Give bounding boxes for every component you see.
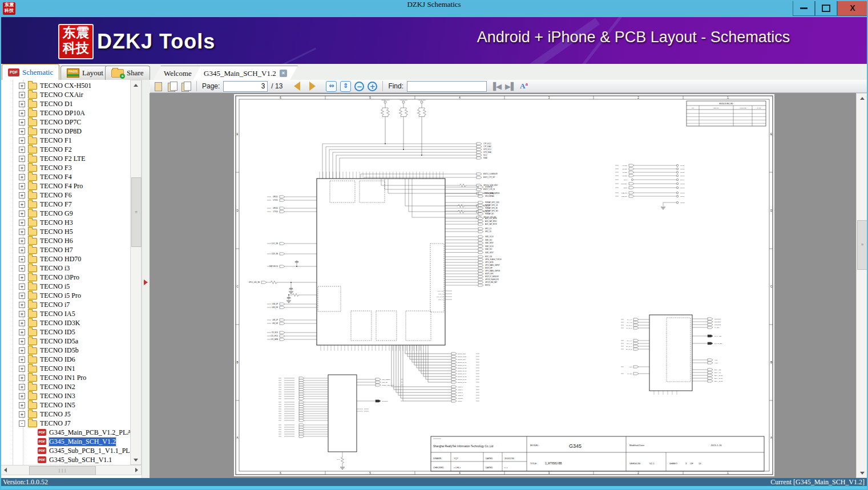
tree-item-folder[interactable]: +TECNO F2 bbox=[0, 145, 72, 154]
tree-item-folder[interactable]: +TECNO F2 LTE bbox=[0, 154, 86, 163]
next-page-button[interactable] bbox=[309, 82, 316, 91]
tree-item-file[interactable]: PDFG345_Sub_PCB_1_V1.1_PLACE bbox=[0, 446, 130, 455]
tree-item-folder[interactable]: +TECNO IA5 bbox=[0, 309, 75, 318]
scroll-up-arrow[interactable] bbox=[131, 80, 141, 90]
tree-item-folder[interactable]: -TECNO J7 bbox=[0, 419, 71, 428]
expand-icon[interactable]: + bbox=[19, 384, 25, 390]
expand-icon[interactable]: + bbox=[19, 183, 25, 189]
tree-item-folder[interactable]: +TECNO ID3K bbox=[0, 318, 80, 327]
collapse-icon[interactable]: - bbox=[19, 420, 25, 427]
find-next-icon[interactable]: ▶▌ bbox=[505, 82, 516, 91]
expand-icon[interactable]: + bbox=[19, 238, 25, 244]
tree-item-folder[interactable]: +TECNO ID5 bbox=[0, 327, 75, 337]
tree-item-folder[interactable]: +TECNO DP10A bbox=[0, 108, 85, 118]
scroll-right-arrow[interactable] bbox=[132, 465, 141, 475]
tree-item-folder[interactable]: +TECNO ID6 bbox=[0, 355, 75, 364]
find-previous-icon[interactable]: ▐◀ bbox=[490, 82, 502, 91]
scroll-down-arrow[interactable] bbox=[131, 455, 141, 464]
expand-icon[interactable]: + bbox=[19, 128, 25, 135]
tree-item-folder[interactable]: +TECNO D1 bbox=[0, 99, 73, 108]
sidebar-splitter[interactable] bbox=[142, 80, 150, 478]
minimize-button[interactable] bbox=[793, 0, 815, 16]
scroll-left-arrow[interactable] bbox=[1, 465, 10, 475]
tab-schematic[interactable]: PDF Schematic bbox=[2, 64, 59, 81]
find-input[interactable] bbox=[407, 81, 487, 92]
scrollbar-thumb[interactable]: ≡ bbox=[857, 220, 868, 270]
copy-page-icon[interactable] bbox=[154, 82, 164, 91]
tree-item-folder[interactable]: +TECNO H6 bbox=[0, 236, 73, 245]
expand-icon[interactable]: + bbox=[19, 83, 25, 89]
tab-share[interactable]: + Share bbox=[105, 66, 150, 80]
previous-page-button[interactable] bbox=[294, 82, 300, 91]
doc-tab-current[interactable]: G345_Main_SCH_V1.2 × bbox=[193, 66, 298, 80]
expand-icon[interactable]: + bbox=[19, 147, 25, 153]
tree-item-folder[interactable]: +TECNO DP7C bbox=[0, 118, 81, 127]
expand-icon[interactable]: + bbox=[19, 293, 25, 299]
expand-icon[interactable]: + bbox=[19, 393, 25, 399]
scroll-up-arrow[interactable] bbox=[857, 94, 867, 103]
expand-icon[interactable]: + bbox=[19, 302, 25, 308]
tree-item-folder[interactable]: +TECNO i7 bbox=[0, 300, 70, 309]
expand-icon[interactable]: + bbox=[19, 92, 25, 98]
tree-item-folder[interactable]: +TECNO i3Pro bbox=[0, 273, 79, 282]
tree-item-folder[interactable]: +TECNO DP8D bbox=[0, 127, 82, 136]
tree-item-folder[interactable]: +TECNO IN2 bbox=[0, 382, 75, 391]
expand-icon[interactable]: + bbox=[19, 220, 25, 226]
expand-icon[interactable]: + bbox=[19, 375, 25, 381]
expand-icon[interactable]: + bbox=[19, 265, 25, 272]
expand-icon[interactable]: + bbox=[19, 357, 25, 363]
tree-item-folder[interactable]: +TECNO ID5b bbox=[0, 346, 79, 355]
expand-icon[interactable]: + bbox=[19, 347, 25, 354]
tree-item-folder[interactable]: +TECNO F6 bbox=[0, 191, 72, 200]
zoom-out-button[interactable]: − bbox=[354, 82, 364, 91]
tree-item-folder[interactable]: +TECNO J5 bbox=[0, 410, 71, 419]
expand-icon[interactable]: + bbox=[19, 210, 25, 217]
expand-icon[interactable]: + bbox=[19, 229, 25, 235]
fit-width-button[interactable]: ⇔ bbox=[326, 81, 337, 92]
expand-icon[interactable]: + bbox=[19, 284, 25, 290]
tree-item-folder[interactable]: +TECNO IN1 Pro bbox=[0, 373, 86, 382]
tree-item-folder[interactable]: +TECNO i3 bbox=[0, 264, 70, 273]
expand-icon[interactable]: + bbox=[19, 119, 25, 125]
tree-item-file[interactable]: PDFG345_Main_SCH_V1.2 bbox=[0, 437, 116, 446]
expand-icon[interactable]: + bbox=[19, 274, 25, 281]
close-button[interactable]: X bbox=[837, 0, 868, 16]
expand-icon[interactable]: + bbox=[19, 192, 25, 199]
expand-icon[interactable]: + bbox=[19, 156, 25, 162]
expand-icon[interactable]: + bbox=[19, 201, 25, 208]
tree-item-folder[interactable]: +TECNO CX-H501 bbox=[0, 81, 91, 90]
expand-icon[interactable]: + bbox=[19, 137, 25, 144]
tree-item-folder[interactable]: +TECNO IN5 bbox=[0, 400, 75, 410]
tree-item-folder[interactable]: +TECNO i5 bbox=[0, 282, 70, 291]
expand-icon[interactable]: + bbox=[19, 165, 25, 171]
zoom-in-button[interactable]: + bbox=[368, 82, 377, 91]
expand-icon[interactable]: + bbox=[19, 256, 25, 262]
scroll-down-arrow[interactable] bbox=[857, 468, 867, 477]
tree-item-folder[interactable]: +TECNO G9 bbox=[0, 209, 73, 218]
tree-item-file[interactable]: PDFG345_Main_PCB_V1.2_PLACEM bbox=[0, 428, 130, 437]
tree-item-folder[interactable]: +TECNO F1 bbox=[0, 136, 72, 145]
tree-item-folder[interactable]: +TECNO ID5a bbox=[0, 337, 78, 346]
tree-item-folder[interactable]: +TECNO F7 bbox=[0, 200, 72, 209]
tab-layout[interactable]: PADS Layout bbox=[60, 66, 110, 80]
fit-page-button[interactable]: ⇕ bbox=[340, 81, 351, 92]
tree-item-folder[interactable]: +TECNO i5 Pro bbox=[0, 291, 81, 300]
tree-item-folder[interactable]: +TECNO H7 bbox=[0, 245, 73, 254]
schematic-viewer[interactable]: 665544332211EEDDCCBBAAREVISION RECORDLTR… bbox=[150, 93, 868, 478]
viewer-vertical-scrollbar[interactable]: ≡ bbox=[856, 93, 868, 478]
page-number-input[interactable] bbox=[223, 81, 268, 92]
match-case-icon[interactable]: Aa bbox=[520, 81, 528, 91]
expand-icon[interactable]: + bbox=[19, 402, 25, 408]
tree-horizontal-scrollbar[interactable]: ||| bbox=[0, 465, 142, 475]
expand-icon[interactable]: + bbox=[19, 320, 25, 326]
scrollbar-thumb[interactable]: ||| bbox=[29, 466, 96, 475]
expand-icon[interactable]: + bbox=[19, 366, 25, 372]
rotate-right-icon[interactable] bbox=[181, 82, 191, 91]
scrollbar-thumb[interactable]: ≡ bbox=[131, 177, 142, 247]
expand-icon[interactable]: + bbox=[19, 247, 25, 253]
tree-item-folder[interactable]: +TECNO F3 bbox=[0, 163, 72, 172]
expand-icon[interactable]: + bbox=[19, 311, 25, 317]
maximize-button[interactable] bbox=[815, 0, 837, 16]
expand-icon[interactable]: + bbox=[19, 329, 25, 335]
tree-vertical-scrollbar[interactable]: ≡ bbox=[130, 80, 142, 465]
